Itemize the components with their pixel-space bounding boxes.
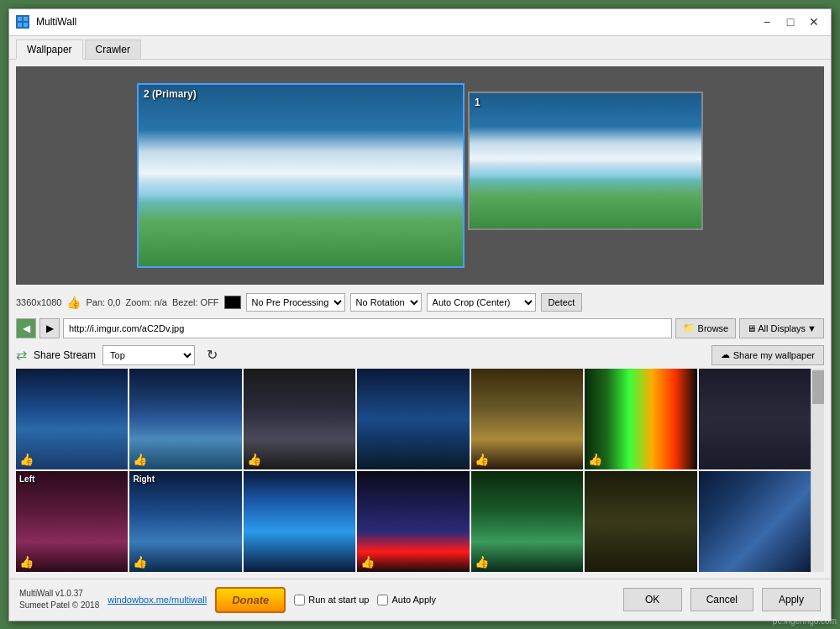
thumb-label: Left [19,474,34,484]
main-window: MultiWall − □ ✕ Wallpaper Crawler 2 (Pri… [8,8,832,621]
stream-bar: ⇄ Share Stream Top Bottom Left Right ↻ ☁… [16,342,824,369]
thumbnail-item[interactable] [699,471,811,572]
browse-button[interactable]: 📁 Browse [675,318,737,338]
auto-apply-checkbox[interactable] [377,595,388,605]
svg-rect-0 [18,17,22,21]
crop-select[interactable]: Auto Crop (Center) Auto Crop (Top) Auto … [427,293,536,312]
thumb-like-icon: 👍 [588,453,602,466]
run-at-startup-label: Run at start up [308,595,369,605]
title-bar: MultiWall − □ ✕ [9,9,831,36]
thumb-like-icon: 👍 [475,555,489,569]
auto-apply-group: Auto Apply [377,595,436,605]
detect-button[interactable]: Detect [541,293,583,312]
pre-processing-select[interactable]: No Pre Processing Sharpen Blur [246,293,345,312]
thumbnail-item[interactable]: 👍 [244,369,355,469]
monitor-primary[interactable]: 2 (Primary) [137,83,465,268]
scroll-thumb[interactable] [812,370,824,404]
share-stream-label: Share Stream [34,349,96,361]
cloud-icon: ☁ [721,349,730,360]
monitor-primary-bg [139,85,463,266]
url-input[interactable] [63,318,672,338]
monitor-secondary-label: 1 [475,97,480,108]
share-wallpaper-button[interactable]: ☁ Share my wallpaper [711,345,824,365]
watermark: pc.ingeringo.com [773,616,837,626]
bottom-bar: MultiWall v1.0.37 Sumeet Patel © 2018 wi… [9,579,831,621]
main-content: 2 (Primary) 1 3360x1080 👍 Pan: 0,0 Z [9,60,831,579]
monitors-container: 2 (Primary) 1 [129,75,711,276]
tab-bar: Wallpaper Crawler [9,36,831,60]
scrollbar[interactable] [811,369,824,572]
like-icon[interactable]: 👍 [66,296,81,309]
monitor-primary-label: 2 (Primary) [144,88,197,100]
maximize-button[interactable]: □ [780,13,801,30]
all-displays-button[interactable]: 🖥 All Displays ▼ [739,318,824,338]
bezel-info: Bezel: OFF [172,297,219,307]
thumb-like-icon: 👍 [360,555,375,569]
thumbnail-item[interactable]: 👍 [471,471,583,572]
back-button[interactable]: ◀ [16,318,36,338]
monitor-secondary[interactable]: 1 [468,92,703,230]
color-swatch[interactable] [224,296,241,309]
svg-rect-2 [18,23,22,27]
url-bar: ◀ ▶ 📁 Browse 🖥 All Displays ▼ [16,315,824,342]
donate-button[interactable]: Donate [215,587,286,613]
thumbnail-item[interactable] [244,471,355,572]
thumbnail-item[interactable]: 👍 [471,369,583,469]
thumbnail-item[interactable] [357,369,469,469]
pan-info: Pan: 0,0 [86,297,120,307]
refresh-button[interactable]: ↻ [202,345,222,365]
cancel-button[interactable]: Cancel [690,588,753,611]
minimize-button[interactable]: − [757,13,777,30]
monitor-primary-clouds [139,130,463,202]
shuffle-icon[interactable]: ⇄ [16,347,27,363]
run-at-startup-group: Run at start up [294,595,369,605]
thumbnail-item[interactable] [699,369,811,469]
tab-crawler[interactable]: Crawler [85,39,141,59]
ok-button[interactable]: OK [623,588,682,611]
app-version: MultiWall v1.0.37 [19,588,99,600]
thumbnail-item[interactable]: Right 👍 [129,471,241,572]
close-button[interactable]: ✕ [804,13,824,30]
apply-button[interactable]: Apply [762,588,821,611]
thumbnails-grid: 👍 👍 👍 👍 👍 [16,369,811,572]
preview-area: 2 (Primary) 1 [16,66,824,285]
svg-rect-3 [24,23,28,27]
zoom-info: Zoom: n/a [125,297,167,307]
auto-apply-label: Auto Apply [391,595,436,605]
forward-button[interactable]: ▶ [39,318,60,338]
window-controls: − □ ✕ [757,13,824,30]
folder-icon: 📁 [683,322,695,333]
thumb-like-icon: 👍 [133,555,147,569]
svg-rect-1 [24,17,28,21]
thumbnail-item[interactable]: 👍 [357,471,469,572]
thumb-like-icon: 👍 [247,453,261,466]
window-title: MultiWall [36,16,757,28]
position-select[interactable]: Top Bottom Left Right [102,345,195,365]
thumb-label: Right [133,474,155,484]
thumb-like-icon: 👍 [475,453,489,466]
rotation-select[interactable]: No Rotation 90° 180° 270° [350,293,422,312]
monitor-secondary-bg [470,93,701,228]
thumbnail-item[interactable]: 👍 [129,369,241,469]
resolution-text: 3360x1080 [16,297,61,307]
tab-wallpaper[interactable]: Wallpaper [16,39,83,60]
app-info: MultiWall v1.0.37 Sumeet Patel © 2018 [19,588,99,611]
controls-bar: 3360x1080 👍 Pan: 0,0 Zoom: n/a Bezel: OF… [16,290,824,315]
thumbnail-item[interactable]: 👍 [585,369,696,469]
run-at-startup-checkbox[interactable] [294,595,305,605]
thumbnail-item[interactable]: 👍 [16,369,128,469]
monitor-icon: 🖥 [747,323,756,333]
thumbnail-item[interactable] [585,471,696,572]
app-icon [16,15,29,29]
thumbnails-area: 👍 👍 👍 👍 👍 [16,369,824,572]
monitor-secondary-clouds [470,127,701,181]
website-link[interactable]: windowbox.me/multiwall [108,595,207,605]
app-author: Sumeet Patel © 2018 [19,600,99,611]
thumb-like-icon: 👍 [133,453,147,466]
thumb-like-icon: 👍 [19,453,34,466]
thumb-like-icon: 👍 [19,555,34,569]
thumbnail-item[interactable]: Left 👍 [16,471,128,572]
chevron-down-icon: ▼ [807,323,816,333]
